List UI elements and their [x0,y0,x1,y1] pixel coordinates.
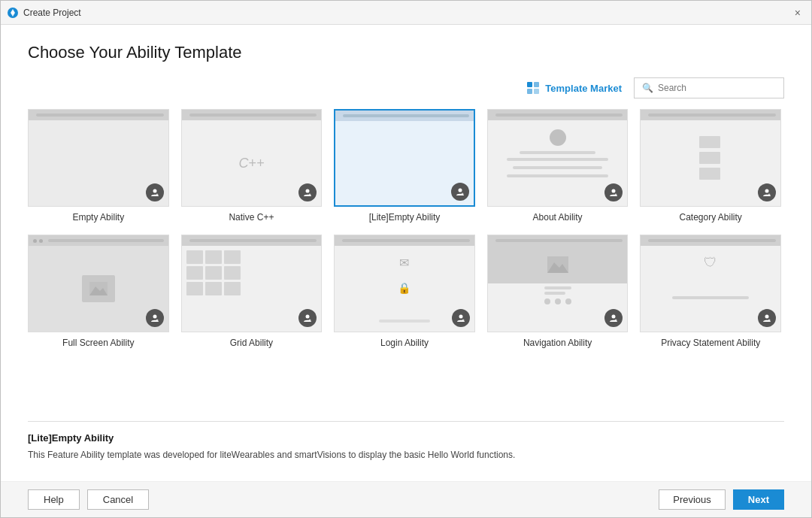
category-thumb [640,109,781,207]
mountain-icon [89,282,108,295]
template-card-lite-empty-ability[interactable]: [Lite]Empty Ability [334,109,475,223]
cpp-text: C++ [238,156,264,171]
svg-rect-4 [527,89,532,94]
next-button[interactable]: Next [733,489,784,510]
svg-point-13 [615,194,617,196]
grid-cell [186,266,203,280]
card-header [488,110,628,120]
template-card-category-ability[interactable]: Category Ability [640,109,781,223]
template-card-about-ability[interactable]: About Ability [487,109,629,223]
help-button[interactable]: Help [28,489,80,510]
header-bar [48,239,164,242]
grid-cell [205,250,222,264]
navigation-thumb [487,235,629,332]
badge-icon [298,183,317,201]
grid-cell [224,282,241,295]
privacy-line [672,296,749,299]
card-header [29,110,168,120]
svg-point-11 [461,193,463,195]
template-market-label: Template Market [545,83,622,94]
header-dot [33,239,37,243]
privacy-shield-icon: 🛡 [704,255,717,271]
template-card-navigation-ability[interactable]: Navigation Ability [487,235,629,348]
badge-icon [452,309,470,327]
svg-point-12 [612,189,616,193]
svg-point-29 [768,320,771,322]
search-box[interactable]: 🔍 [634,77,784,98]
svg-point-27 [615,320,617,322]
login-link [379,320,430,323]
grid-cell [186,282,203,295]
badge-icon [146,183,164,201]
login-ability-label: Login Ability [380,338,429,348]
about-thumb [487,109,629,207]
card-body [335,121,474,205]
card-body: C++ [182,120,322,206]
template-card-grid-ability[interactable]: Grid Ability [181,235,323,348]
svg-point-10 [458,189,462,192]
card-header [29,235,168,246]
full-screen-ability-label: Full Screen Ability [62,338,134,348]
empty-ability-thumb [28,109,169,207]
card-body [182,246,322,332]
nav-image [488,246,628,283]
template-market-button[interactable]: Template Market [526,80,622,95]
card-header [335,235,474,246]
template-card-login-ability[interactable]: ✉ 🔒 [334,235,475,348]
lite-empty-thumb [334,109,475,207]
header-bar [36,114,164,117]
grid-cell [205,266,222,280]
category-block [699,136,720,148]
fullscreen-image [82,275,115,302]
privacy-statement-ability-label: Privacy Statement Ability [661,338,760,348]
main-content: Choose Your Ability Template Template Ma… [1,25,811,481]
header-bar [648,114,776,117]
svg-point-7 [156,194,158,196]
header-bar [495,239,623,242]
svg-point-26 [612,315,616,319]
nav-line [544,292,566,295]
about-circle [550,129,566,146]
card-body: 🛡 [641,246,780,332]
category-row [699,168,723,180]
fullscreen-thumb [28,235,169,332]
empty-ability-label: Empty Ability [72,212,124,223]
info-description: This Feature Ability template was develo… [28,448,784,462]
badge-svg [150,187,160,198]
template-grid: Empty Ability C++ [28,109,781,357]
card-body [488,246,628,332]
svg-point-1 [11,11,14,14]
nav-icon-row [544,298,571,304]
template-card-native-cpp[interactable]: C++ Native C++ [181,109,323,223]
grid-row [186,250,241,264]
template-card-empty-ability[interactable]: Empty Ability [28,109,169,223]
badge-icon [604,183,623,201]
badge-icon [146,309,164,327]
badge-svg [762,313,772,323]
badge-icon [298,309,317,327]
svg-point-8 [306,189,310,193]
template-grid-scroll[interactable]: Empty Ability C++ [28,109,784,421]
native-cpp-label: Native C++ [229,212,274,223]
svg-point-21 [309,320,311,322]
nav-lines [540,283,576,307]
header-bar [648,239,776,242]
badge-svg [608,187,619,198]
header-bar [189,114,317,117]
badge-svg [302,313,313,323]
card-header [488,235,628,246]
template-card-privacy-statement-ability[interactable]: 🛡 [640,235,781,348]
grid-cell [224,266,241,280]
grid-row [186,282,241,295]
header-bar [342,239,470,242]
grid-ability-label: Grid Ability [230,338,273,348]
previous-button[interactable]: Previous [659,489,726,510]
close-button[interactable]: × [790,6,805,20]
header-bar [495,114,623,117]
window-title: Create Project [23,8,81,18]
search-input[interactable] [658,83,776,93]
nav-dot [544,298,550,304]
cancel-button[interactable]: Cancel [87,489,149,510]
badge-icon [758,183,776,201]
template-card-full-screen-ability[interactable]: Full Screen Ability [28,235,169,348]
